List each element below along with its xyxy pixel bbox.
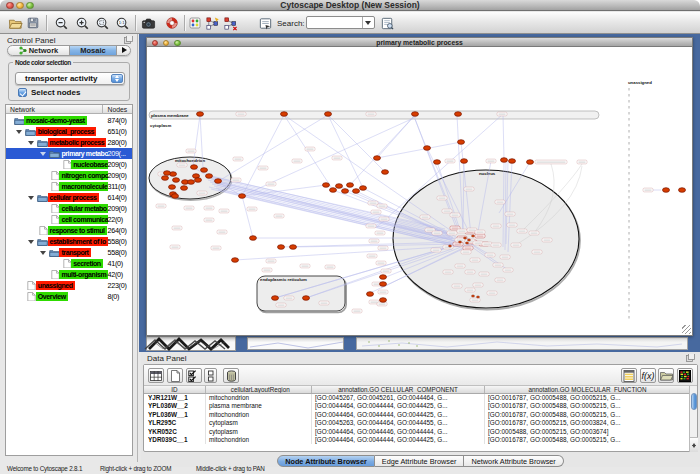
disclosure-triangle-icon[interactable] bbox=[28, 240, 34, 247]
table-row[interactable]: YKR052Ccytoplasm[GO:0044464, GO:0044446,… bbox=[144, 428, 691, 436]
tree-row[interactable]: biological_process651(0) bbox=[6, 126, 132, 137]
tree-row[interactable]: multi-organism pre42(0) bbox=[6, 269, 132, 280]
tree-row[interactable]: establishment of lo558(0) bbox=[6, 236, 132, 247]
table-row[interactable]: YPL036W__1mitochondrion[GO:0044464, GO:0… bbox=[144, 411, 691, 419]
graph-node[interactable] bbox=[162, 176, 169, 181]
graph-node[interactable] bbox=[336, 184, 343, 189]
column-header[interactable]: _cellularLayoutRegion bbox=[206, 386, 312, 393]
graph-node[interactable] bbox=[663, 188, 670, 193]
graph-node[interactable] bbox=[272, 296, 279, 301]
graph-node[interactable] bbox=[527, 160, 534, 165]
attribute-table-icon[interactable] bbox=[148, 368, 164, 383]
graph-node[interactable] bbox=[380, 298, 387, 303]
edge[interactable] bbox=[328, 115, 385, 172]
camera-icon[interactable] bbox=[139, 13, 157, 33]
select-attributes-icon[interactable] bbox=[186, 368, 202, 383]
edge[interactable] bbox=[503, 114, 504, 160]
graph-node[interactable] bbox=[232, 258, 239, 263]
node-color-dropdown[interactable]: transporter activity bbox=[15, 72, 125, 85]
graph-node[interactable] bbox=[380, 275, 387, 280]
graph-node[interactable] bbox=[347, 183, 354, 188]
search-input[interactable] bbox=[307, 17, 362, 28]
graph-node[interactable] bbox=[412, 112, 419, 117]
table-scrollbar[interactable] bbox=[689, 386, 697, 452]
graph-node[interactable] bbox=[278, 245, 285, 250]
graph-node[interactable] bbox=[382, 170, 389, 175]
tree-row[interactable]: nitrogen compo209(0) bbox=[6, 170, 132, 181]
graph-node-small[interactable] bbox=[459, 241, 462, 243]
graph-node[interactable] bbox=[353, 189, 360, 194]
resize-grip[interactable] bbox=[682, 325, 691, 334]
disclosure-triangle-icon[interactable] bbox=[40, 251, 46, 258]
column-header[interactable]: annotation.GO CELLULAR_COMPONENT bbox=[312, 386, 485, 393]
graph-node[interactable] bbox=[250, 236, 257, 241]
table-row[interactable]: YPL036W__2plasma membrane[GO:0044464, GO… bbox=[144, 402, 691, 410]
zoom-in-icon[interactable] bbox=[73, 13, 91, 33]
tree-row[interactable]: macromolecule311(0) bbox=[6, 181, 132, 192]
import-attributes-icon[interactable] bbox=[658, 368, 674, 383]
graph-node[interactable] bbox=[323, 183, 330, 188]
tree-row[interactable]: mosaic-demo-yeast874(0) bbox=[6, 115, 132, 126]
table-row[interactable]: YDR039C__1mitochondrion[GO:0044464, GO:0… bbox=[144, 436, 691, 444]
open-folder-icon[interactable] bbox=[6, 13, 24, 33]
edge[interactable] bbox=[284, 115, 333, 190]
tree-row[interactable]: response to stimul264(0) bbox=[6, 225, 132, 236]
graph-node-small[interactable] bbox=[472, 295, 475, 297]
zoom-out-icon[interactable] bbox=[52, 13, 70, 33]
tree-row[interactable]: cell communicat22(0) bbox=[6, 214, 132, 225]
disclosure-triangle-icon[interactable] bbox=[16, 130, 22, 137]
graph-node[interactable] bbox=[303, 296, 310, 301]
column-header[interactable]: annotation.GO MOLECULAR_FUNCTION bbox=[485, 386, 691, 393]
graph-node-small[interactable] bbox=[477, 296, 480, 298]
select-nodes-checkbox[interactable] bbox=[18, 88, 27, 97]
scrollbar-thumb[interactable] bbox=[691, 393, 697, 410]
destroy-view-icon[interactable] bbox=[221, 13, 239, 33]
matrix-view-icon[interactable] bbox=[677, 368, 693, 383]
disclosure-triangle-icon[interactable] bbox=[28, 196, 34, 203]
column-header[interactable]: ID bbox=[144, 386, 206, 393]
network-window-titlebar[interactable]: primary metabolic process bbox=[147, 38, 692, 47]
graph-node[interactable] bbox=[197, 112, 204, 117]
disclosure-triangle-icon[interactable] bbox=[28, 141, 34, 148]
help-ring-icon[interactable] bbox=[163, 13, 181, 33]
graph-node[interactable] bbox=[181, 186, 188, 191]
tree-row[interactable]: secretion41(0) bbox=[6, 258, 132, 269]
graph-node[interactable] bbox=[458, 140, 465, 145]
network-view-window[interactable]: primary metabolic process plasma membran… bbox=[146, 37, 693, 336]
create-view-icon[interactable] bbox=[203, 13, 221, 33]
edge[interactable] bbox=[350, 115, 415, 185]
graph-node[interactable] bbox=[281, 112, 288, 117]
network-canvas[interactable]: plasma membranecytoplasmmitochondrionnuc… bbox=[147, 47, 692, 335]
tree-row[interactable]: transport558(0) bbox=[6, 247, 132, 258]
graph-node[interactable] bbox=[191, 165, 198, 170]
search-box[interactable] bbox=[306, 16, 375, 29]
zoom-selected-icon[interactable] bbox=[93, 13, 111, 33]
float-window-icon[interactable] bbox=[124, 36, 133, 44]
tab-overflow-arrow[interactable] bbox=[117, 46, 130, 56]
graph-node[interactable] bbox=[434, 160, 441, 165]
float-window-icon[interactable] bbox=[686, 354, 695, 362]
search-dropdown-arrow-icon[interactable] bbox=[362, 17, 373, 28]
edge[interactable] bbox=[242, 196, 253, 238]
graph-node[interactable] bbox=[424, 146, 431, 151]
edge[interactable] bbox=[242, 115, 284, 196]
delete-attribute-icon[interactable] bbox=[223, 368, 239, 383]
graph-node[interactable] bbox=[169, 185, 176, 190]
graph-node[interactable] bbox=[455, 112, 462, 117]
disclosure-triangle-icon[interactable] bbox=[40, 152, 46, 159]
graph-node[interactable] bbox=[461, 159, 468, 164]
graph-node[interactable] bbox=[342, 189, 349, 194]
graph-node[interactable] bbox=[330, 188, 337, 193]
table-row[interactable]: YJR121W__1mitochondrion[GO:0045267, GO:0… bbox=[144, 394, 691, 402]
tab-network[interactable]: Network bbox=[8, 46, 69, 56]
tree-row[interactable]: unassigned223(0) bbox=[6, 280, 132, 291]
graph-node[interactable] bbox=[239, 194, 246, 199]
zoom-fit-icon[interactable]: 1:1 bbox=[113, 13, 131, 33]
graph-node[interactable] bbox=[360, 186, 367, 191]
tree-row[interactable]: cellular metabo209(0) bbox=[6, 203, 132, 214]
graph-node[interactable] bbox=[290, 245, 297, 250]
vizmapper-icon[interactable] bbox=[188, 13, 202, 33]
graph-node[interactable] bbox=[374, 156, 381, 161]
graph-node[interactable] bbox=[325, 112, 332, 117]
graph-node-small[interactable] bbox=[472, 235, 475, 237]
